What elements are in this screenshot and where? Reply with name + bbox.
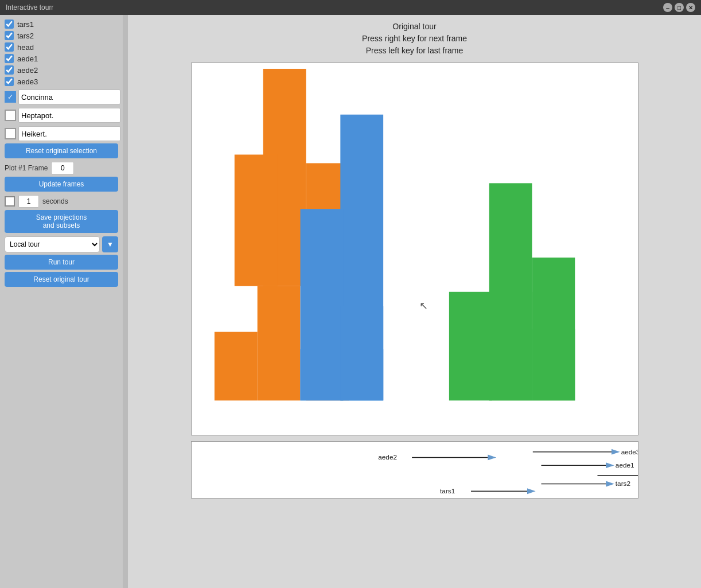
variable-checkbox-aede3[interactable] — [5, 77, 14, 86]
update-frames-button[interactable]: Update frames — [5, 177, 118, 192]
variable-label-head: head — [17, 43, 34, 52]
variable-row-aede3: aede3 — [5, 77, 118, 86]
variable-checkbox-tars2[interactable] — [5, 31, 14, 40]
arrow-label-aede3: aede3 — [621, 448, 637, 455]
arrow-label-tars1: tars1 — [440, 487, 455, 494]
seconds-input[interactable] — [18, 195, 39, 208]
sidebar-divider — [123, 15, 128, 588]
cursor-indicator: ↖ — [419, 300, 427, 311]
local-tour-select[interactable]: Local tour Grand tour Guided tour — [5, 236, 100, 252]
sidebar: tars1 tars2 head aede1 aede2 aede3 ✓ — [0, 15, 123, 588]
plot-frame-row: Plot #1 Frame — [5, 162, 118, 174]
save-projections-button[interactable]: Save projections and subsets — [5, 210, 118, 233]
orange-bar-5 — [257, 286, 300, 400]
title-bar: Interactive tourr – □ ✕ — [0, 0, 701, 15]
chart-title: Original tour — [362, 21, 467, 33]
histogram-chart: ↖ — [191, 63, 638, 435]
variable-checkbox-head[interactable] — [5, 42, 14, 52]
variable-checkbox-aede1[interactable] — [5, 54, 14, 63]
arrows-svg: aede2 aede3 aede1 head tars2 — [192, 442, 638, 498]
arrow-head-tars2 — [606, 481, 614, 487]
window-controls: – □ ✕ — [663, 3, 695, 12]
arrow-head-aede1 — [606, 462, 614, 468]
variable-row-head: head — [5, 42, 118, 52]
seconds-checkbox[interactable] — [5, 196, 15, 207]
seconds-row: seconds — [5, 195, 118, 208]
variable-row-tars2: tars2 — [5, 31, 118, 40]
run-tour-button[interactable]: Run tour — [5, 255, 118, 270]
reset-tour-button[interactable]: Reset original tour — [5, 272, 118, 287]
arrow-head-aede2 — [488, 455, 496, 461]
arrow-label-tars2: tars2 — [615, 480, 630, 487]
seconds-label: seconds — [42, 197, 68, 205]
variable-checkbox-aede2[interactable] — [5, 65, 14, 75]
arrow-label-aede1: aede1 — [615, 461, 634, 469]
plot-frame-label: Plot #1 Frame — [5, 164, 48, 172]
species-row-concinna: ✓ — [5, 89, 118, 104]
species-checkbox-heikert[interactable] — [5, 128, 16, 139]
variable-label-aede3: aede3 — [17, 77, 38, 86]
variable-checkbox-tars1[interactable] — [5, 20, 14, 29]
orange-bar-4 — [214, 332, 257, 401]
orange-bar-2 — [234, 155, 277, 286]
content-area: Original tour Press right key for next f… — [128, 15, 701, 588]
maximize-button[interactable]: □ — [675, 3, 684, 12]
local-tour-row: Local tour Grand tour Guided tour ▼ — [5, 236, 118, 252]
arrow-label-aede2: aede2 — [378, 453, 397, 461]
species-checkbox-concinna[interactable]: ✓ — [5, 91, 16, 103]
variable-row-aede2: aede2 — [5, 65, 118, 75]
plot-title: Original tour Press right key for next f… — [362, 21, 467, 57]
species-row-heikert — [5, 126, 118, 141]
variable-row-tars1: tars1 — [5, 20, 118, 29]
species-input-concinna[interactable] — [18, 89, 120, 104]
variable-label-aede1: aede1 — [17, 54, 38, 63]
green-bar-3 — [449, 292, 492, 400]
species-input-heikert[interactable] — [18, 126, 120, 141]
blue-bar-5 — [340, 349, 383, 400]
species-row-heptapot — [5, 108, 118, 123]
species-input-heptapot[interactable] — [18, 108, 120, 123]
reset-selection-button[interactable]: Reset original selection — [5, 143, 118, 158]
frame-input[interactable] — [51, 162, 74, 174]
app-title: Interactive tourr — [6, 3, 53, 11]
species-checkbox-heptapot[interactable] — [5, 110, 16, 121]
chart-subtitle2: Press left key for last frame — [362, 45, 467, 57]
chart-subtitle1: Press right key for next frame — [362, 33, 467, 45]
local-tour-dropdown-button[interactable]: ▼ — [102, 236, 118, 252]
arrow-head-tars1 — [527, 488, 536, 494]
minimize-button[interactable]: – — [663, 3, 672, 12]
histogram-svg: ↖ — [192, 63, 638, 435]
blue-bar-4 — [300, 349, 343, 400]
variable-label-aede2: aede2 — [17, 66, 38, 75]
green-bar-4 — [489, 292, 532, 400]
arrow-head-aede3 — [612, 449, 620, 455]
green-bar-5 — [532, 329, 575, 401]
arrows-panel: aede2 aede3 aede1 head tars2 — [191, 441, 638, 499]
variable-label-tars1: tars1 — [17, 20, 34, 29]
close-button[interactable]: ✕ — [686, 3, 695, 12]
variable-label-tars2: tars2 — [17, 32, 34, 40]
variable-row-aede1: aede1 — [5, 54, 118, 63]
